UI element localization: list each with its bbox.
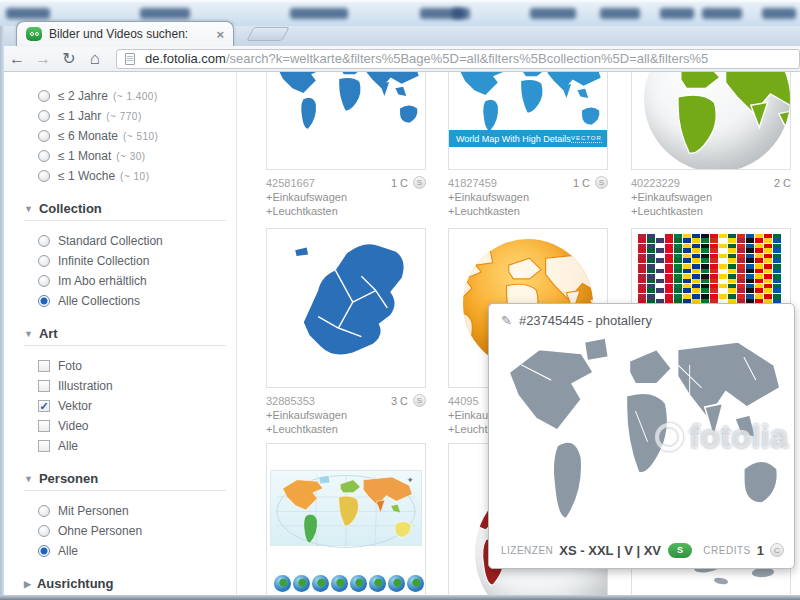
add-to-cart-link[interactable]: +Einkaufswagen: [448, 190, 608, 204]
filter-section-personen[interactable]: ▼Personen: [24, 471, 226, 486]
radio-button[interactable]: [38, 525, 50, 537]
add-to-cart-link[interactable]: +Einkaufswagen: [266, 190, 426, 204]
filter-label: Im Abo erhältlich: [58, 274, 147, 288]
triangle-down-icon: ▼: [24, 329, 33, 339]
add-to-cart-link[interactable]: +Einkaufswagen: [631, 190, 791, 204]
s-badge: S: [413, 394, 426, 407]
radio-button[interactable]: [38, 235, 50, 247]
fotolia-watermark: fotolia: [655, 418, 788, 456]
licenses-label: LIZENZEN: [501, 545, 553, 556]
filter-option[interactable]: Foto: [38, 356, 226, 376]
filter-sidebar: ≤ 2 Jahre(~ 1.400)≤ 1 Jahr(~ 770)≤ 6 Mon…: [4, 72, 237, 595]
filter-label: Ohne Personen: [58, 524, 142, 538]
reload-button[interactable]: ↻: [56, 47, 82, 71]
search-results-page: ≤ 2 Jahre(~ 1.400)≤ 1 Jahr(~ 770)≤ 6 Mon…: [4, 72, 800, 595]
filter-option[interactable]: Illustration: [38, 376, 226, 396]
credits-label: CREDITS: [703, 545, 750, 556]
radio-button[interactable]: [38, 255, 50, 267]
filter-label: Illustration: [58, 379, 113, 393]
result-id: 44095: [448, 395, 479, 407]
filter-label: Standard Collection: [58, 234, 163, 248]
filter-option[interactable]: Alle Collections: [38, 291, 226, 311]
filter-option[interactable]: Im Abo erhältlich: [38, 271, 226, 291]
thumbnail-caption: World Map With High DetailsVECTOR: [449, 130, 607, 147]
result-thumbnail[interactable]: World Map With High DetailsVECTOR: [448, 72, 608, 170]
filter-section-collection[interactable]: ▼Collection: [24, 201, 226, 216]
filter-label: Alle: [58, 439, 78, 453]
radio-button[interactable]: [38, 130, 50, 142]
radio-button[interactable]: [38, 170, 50, 182]
add-to-lightbox-link[interactable]: +Leuchtkasten: [448, 204, 608, 218]
url-domain: de.fotolia.com: [145, 51, 226, 66]
result-credits: 3 C: [391, 395, 408, 407]
radio-button[interactable]: [38, 275, 50, 287]
radio-button[interactable]: [38, 545, 50, 557]
result-thumbnail[interactable]: ✦: [266, 443, 426, 595]
home-button[interactable]: ⌂: [82, 47, 108, 71]
popup-title: #23745445 - photallery: [519, 313, 652, 328]
filter-section-art[interactable]: ▼Art: [24, 326, 226, 341]
new-tab-button[interactable]: [246, 27, 289, 41]
radio-button[interactable]: [38, 90, 50, 102]
filter-label: Mit Personen: [58, 504, 129, 518]
add-to-lightbox-link[interactable]: +Leuchtkasten: [266, 422, 426, 436]
filter-option[interactable]: ≤ 2 Jahre(~ 1.400): [38, 86, 226, 106]
filter-option[interactable]: Infinite Collection: [38, 251, 226, 271]
tab-close-icon[interactable]: ×: [216, 28, 224, 41]
result-id: 42581667: [266, 177, 315, 189]
filter-option[interactable]: ✓Vektor: [38, 396, 226, 416]
triangle-down-icon: ▼: [24, 204, 33, 214]
result-id: 41827459: [448, 177, 497, 189]
popup-header: ✎ #23745445 - photallery: [489, 304, 794, 332]
address-bar[interactable]: de.fotolia.com/search?k=weltkarte&filter…: [116, 49, 800, 69]
browser-window: Bilder und Videos suchen: × ← → ↻ ⌂ de.f…: [0, 0, 800, 600]
filter-option[interactable]: Ohne Personen: [38, 521, 226, 541]
filter-count: (~ 510): [123, 131, 158, 142]
blurred-ui-element: [702, 8, 742, 19]
mini-globes-row: [274, 575, 424, 592]
filter-section-ausrichtung[interactable]: ▶Ausrichtung: [24, 576, 226, 591]
tab-title: Bilder und Videos suchen:: [49, 27, 209, 41]
radio-button[interactable]: [38, 150, 50, 162]
result-credits: 1 C: [391, 177, 408, 189]
radio-button[interactable]: [38, 110, 50, 122]
blurred-ui-element: [452, 8, 470, 19]
add-to-lightbox-link[interactable]: +Leuchtkasten: [266, 204, 426, 218]
filter-option[interactable]: Standard Collection: [38, 231, 226, 251]
browser-tab[interactable]: Bilder und Videos suchen: ×: [16, 21, 234, 46]
result-thumbnail[interactable]: [266, 72, 426, 170]
forward-button[interactable]: →: [30, 47, 56, 71]
result-thumbnail[interactable]: [631, 72, 791, 170]
checkbox[interactable]: [38, 380, 50, 392]
subscription-badge: S: [668, 543, 692, 558]
result-thumbnail[interactable]: [266, 228, 426, 388]
result-meta: 402232292 C+Einkaufswagen+Leuchtkasten: [631, 175, 791, 218]
result-id: 40223229: [631, 177, 680, 189]
filter-option[interactable]: ≤ 1 Jahr(~ 770): [38, 106, 226, 126]
filter-option[interactable]: Mit Personen: [38, 501, 226, 521]
filter-label: Infinite Collection: [58, 254, 149, 268]
radio-button[interactable]: [38, 505, 50, 517]
filter-option[interactable]: ≤ 1 Woche(~ 10): [38, 166, 226, 186]
add-to-lightbox-link[interactable]: +Leuchtkasten: [631, 204, 791, 218]
filter-option[interactable]: Video: [38, 416, 226, 436]
filter-option[interactable]: ≤ 6 Monate(~ 510): [38, 126, 226, 146]
checkbox[interactable]: [38, 440, 50, 452]
filter-label: Alle: [58, 544, 78, 558]
filter-option[interactable]: Alle: [38, 541, 226, 561]
filter-option[interactable]: ≤ 1 Monat(~ 30): [38, 146, 226, 166]
checkbox[interactable]: [38, 420, 50, 432]
checkbox[interactable]: ✓: [38, 400, 50, 412]
blurred-ui-element: [762, 8, 796, 19]
colorful-map-image: ✦: [270, 470, 422, 546]
add-to-cart-link[interactable]: +Einkaufswagen: [266, 408, 426, 422]
divider: [24, 220, 226, 221]
checkbox[interactable]: [38, 360, 50, 372]
filter-option[interactable]: Alle: [38, 436, 226, 456]
window-border-bottom: [0, 595, 800, 600]
radio-button[interactable]: [38, 295, 50, 307]
back-button[interactable]: ←: [4, 47, 30, 71]
filter-label: ≤ 1 Monat: [58, 149, 111, 163]
image-preview-popup: ✎ #23745445 - photallery fotolia LIZENZE…: [488, 303, 795, 569]
svg-text:✦: ✦: [406, 475, 413, 485]
